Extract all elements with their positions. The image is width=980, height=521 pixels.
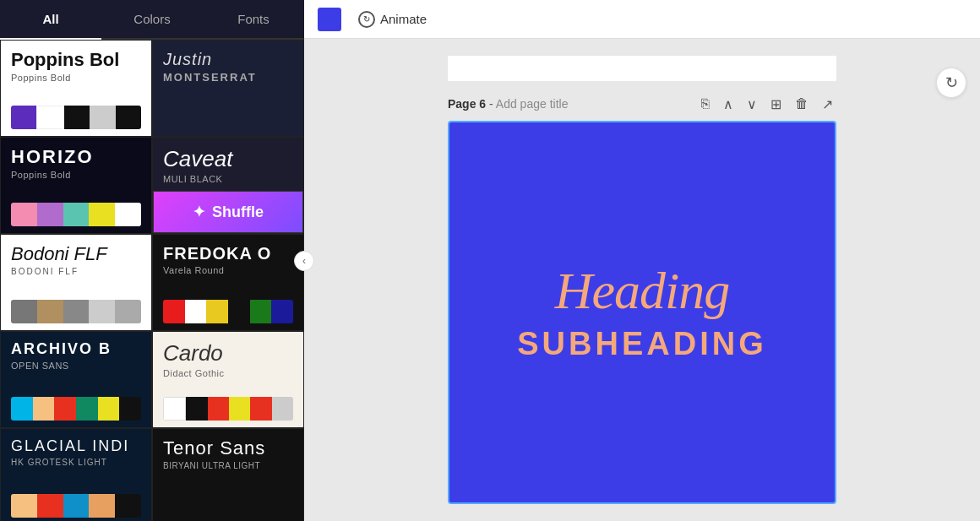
card-subtitle-bodoni: BODONI FLF bbox=[11, 267, 141, 276]
card-subtitle-cardo: Didact Gothic bbox=[163, 368, 293, 378]
card-title-horizon: HORIZO bbox=[11, 146, 141, 168]
swatches-montserrat bbox=[163, 106, 293, 129]
swatches-archivo bbox=[11, 397, 141, 421]
page-duplicate-button[interactable]: ⊞ bbox=[767, 95, 785, 114]
page-up-button[interactable]: ∧ bbox=[720, 95, 737, 114]
style-card-bodoni[interactable]: Bodoni FLF BODONI FLF bbox=[0, 234, 152, 331]
card-subtitle-archivo: OPEN SANS bbox=[11, 361, 141, 371]
swatches-horizon bbox=[11, 203, 141, 226]
page-header: Page 6 - Add page title ⎘ ∧ ∨ ⊞ 🗑 ↗ bbox=[448, 88, 836, 121]
card-subtitle-tenor: BIRYANI ULTRA LIGHT bbox=[163, 461, 293, 470]
swatches-fredoka bbox=[163, 300, 293, 323]
top-bar: ↻ Animate bbox=[304, 0, 980, 39]
card-title-montserrat-script: Justin bbox=[163, 49, 293, 69]
card-subtitle-glacial: HK GROTESK LIGHT bbox=[11, 458, 141, 467]
card-title-tenor: Tenor Sans bbox=[163, 437, 293, 459]
card-title-glacial: GLACIAL INDI bbox=[11, 437, 141, 456]
page-top-strip bbox=[448, 56, 836, 81]
animate-label: Animate bbox=[380, 12, 427, 26]
page-down-button[interactable]: ∨ bbox=[743, 95, 760, 114]
card-subtitle-fredoka: Varela Round bbox=[163, 265, 293, 275]
shuffle-button[interactable]: ✦ Shuffle bbox=[153, 191, 303, 233]
color-picker-swatch[interactable] bbox=[318, 8, 341, 31]
shuffle-label: Shuffle bbox=[212, 204, 264, 221]
page-share-button[interactable]: ↗ bbox=[819, 95, 836, 114]
right-panel: ↻ Animate Page 6 - Add page title ⎘ ∧ ∨ … bbox=[304, 0, 980, 521]
swatches-tenor bbox=[163, 494, 293, 518]
card-subtitle-poppins: Poppins Bold bbox=[11, 73, 141, 83]
card-title-bodoni: Bodoni FLF bbox=[11, 243, 141, 265]
animate-icon: ↻ bbox=[358, 11, 375, 28]
style-card-fredoka[interactable]: FREDOKA O Varela Round bbox=[152, 234, 304, 331]
card-subtitle-caveat: MULI BLACK bbox=[163, 174, 293, 184]
swatches-glacial bbox=[11, 494, 141, 518]
canvas-subheading: SUBHEADING bbox=[517, 326, 766, 362]
card-subtitle-montserrat: MONTSERRAT bbox=[163, 71, 293, 84]
shuffle-icon: ✦ bbox=[193, 203, 205, 221]
style-card-tenor[interactable]: Tenor Sans BIRYANI ULTRA LIGHT bbox=[152, 428, 304, 521]
left-panel: All Colors Fonts Poppins Bol Poppins Bol… bbox=[0, 0, 304, 521]
swatches-poppins bbox=[11, 106, 141, 129]
style-card-glacial[interactable]: GLACIAL INDI HK GROTESK LIGHT bbox=[0, 428, 152, 521]
tab-fonts[interactable]: Fonts bbox=[203, 0, 304, 38]
page-title-placeholder[interactable]: Add page title bbox=[496, 97, 569, 111]
card-title-archivo: ARCHIVO B bbox=[11, 340, 141, 359]
card-subtitle-horizon: Poppins Bold bbox=[11, 170, 141, 180]
animate-button[interactable]: ↻ Animate bbox=[351, 8, 433, 31]
refresh-button[interactable]: ↻ bbox=[936, 68, 966, 98]
card-title-caveat: Caveat bbox=[163, 146, 293, 172]
page-title-separator: - bbox=[489, 97, 496, 111]
page-title: Page 6 - Add page title bbox=[448, 97, 568, 111]
style-card-archivo[interactable]: ARCHIVO B OPEN SANS bbox=[0, 331, 152, 428]
style-card-montserrat[interactable]: Justin MONTSERRAT bbox=[152, 40, 304, 137]
collapse-panel-button[interactable]: ‹ bbox=[294, 251, 314, 271]
card-title-poppins: Poppins Bol bbox=[11, 49, 141, 71]
style-card-poppins[interactable]: Poppins Bol Poppins Bold bbox=[0, 40, 152, 137]
style-grid: Poppins Bol Poppins Bold Justin MONTSERR… bbox=[0, 40, 304, 521]
page-copy-button[interactable]: ⎘ bbox=[698, 95, 713, 113]
card-title-fredoka: FREDOKA O bbox=[163, 243, 293, 263]
tab-colors[interactable]: Colors bbox=[101, 0, 203, 38]
canvas-heading: Heading bbox=[555, 262, 730, 319]
tabs-bar: All Colors Fonts bbox=[0, 0, 304, 40]
swatches-cardo bbox=[163, 397, 293, 421]
page-delete-button[interactable]: 🗑 bbox=[792, 95, 812, 113]
canvas-area: Page 6 - Add page title ⎘ ∧ ∨ ⊞ 🗑 ↗ Head… bbox=[304, 39, 980, 521]
swatches-bodoni bbox=[11, 300, 141, 323]
style-card-caveat[interactable]: Caveat MULI BLACK ✦ Shuffle bbox=[152, 137, 304, 234]
page-number: Page 6 bbox=[448, 97, 486, 111]
style-card-horizon[interactable]: HORIZO Poppins Bold bbox=[0, 137, 152, 234]
page-actions: ⎘ ∧ ∨ ⊞ 🗑 ↗ bbox=[698, 95, 836, 114]
style-card-cardo[interactable]: Cardo Didact Gothic bbox=[152, 331, 304, 428]
design-canvas[interactable]: Heading SUBHEADING bbox=[448, 121, 836, 504]
card-title-cardo: Cardo bbox=[163, 340, 293, 366]
tab-all[interactable]: All bbox=[0, 0, 101, 38]
